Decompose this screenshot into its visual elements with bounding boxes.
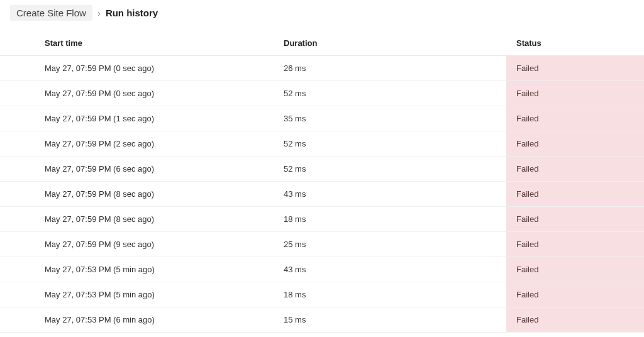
table-row[interactable]: May 27, 07:53 PM (5 min ago)43 msFailed bbox=[0, 257, 644, 282]
cell-duration: 43 ms bbox=[274, 258, 506, 280]
header-duration[interactable]: Duration bbox=[274, 32, 506, 54]
cell-start-time: May 27, 07:59 PM (0 sec ago) bbox=[35, 57, 274, 79]
table-row[interactable]: May 27, 07:53 PM (6 min ago)15 msFailed bbox=[0, 307, 644, 333]
table-row[interactable]: May 27, 07:59 PM (6 sec ago)52 msFailed bbox=[0, 157, 644, 182]
cell-start-time: May 27, 07:59 PM (8 sec ago) bbox=[35, 183, 274, 205]
cell-status: Failed bbox=[506, 307, 644, 332]
cell-status: Failed bbox=[506, 232, 644, 257]
breadcrumb: Create Site Flow › Run history bbox=[0, 0, 644, 26]
cell-status: Failed bbox=[506, 131, 644, 156]
cell-duration: 43 ms bbox=[274, 183, 506, 205]
cell-duration: 52 ms bbox=[274, 133, 506, 155]
table-row[interactable]: May 27, 07:59 PM (8 sec ago)43 msFailed bbox=[0, 182, 644, 207]
cell-start-time: May 27, 07:59 PM (6 sec ago) bbox=[35, 158, 274, 180]
header-start-time[interactable]: Start time bbox=[35, 32, 274, 54]
cell-start-time: May 27, 07:53 PM (5 min ago) bbox=[35, 258, 274, 280]
cell-duration: 52 ms bbox=[274, 158, 506, 180]
cell-status: Failed bbox=[506, 157, 644, 181]
table-row[interactable]: May 27, 07:59 PM (0 sec ago)52 msFailed bbox=[0, 81, 644, 106]
breadcrumb-parent[interactable]: Create Site Flow bbox=[10, 5, 92, 21]
table-row[interactable]: May 27, 07:59 PM (1 sec ago)35 msFailed bbox=[0, 106, 644, 131]
cell-status: Failed bbox=[506, 282, 644, 307]
cell-start-time: May 27, 07:59 PM (0 sec ago) bbox=[35, 82, 274, 104]
table-row[interactable]: May 27, 07:59 PM (8 sec ago)18 msFailed bbox=[0, 207, 644, 232]
table-row[interactable]: May 27, 07:59 PM (2 sec ago)52 msFailed bbox=[0, 131, 644, 157]
cell-start-time: May 27, 07:53 PM (6 min ago) bbox=[35, 309, 274, 331]
cell-duration: 26 ms bbox=[274, 57, 506, 79]
cell-start-time: May 27, 07:59 PM (1 sec ago) bbox=[35, 108, 274, 130]
cell-duration: 25 ms bbox=[274, 233, 506, 255]
cell-status: Failed bbox=[506, 257, 644, 282]
run-history-table: Start time Duration Status May 27, 07:59… bbox=[0, 31, 644, 333]
cell-duration: 35 ms bbox=[274, 108, 506, 130]
cell-start-time: May 27, 07:59 PM (8 sec ago) bbox=[35, 208, 274, 230]
cell-duration: 18 ms bbox=[274, 208, 506, 230]
cell-start-time: May 27, 07:53 PM (5 min ago) bbox=[35, 284, 274, 306]
cell-status: Failed bbox=[506, 182, 644, 206]
table-row[interactable]: May 27, 07:59 PM (0 sec ago)26 msFailed bbox=[0, 56, 644, 81]
cell-status: Failed bbox=[506, 81, 644, 106]
cell-start-time: May 27, 07:59 PM (2 sec ago) bbox=[35, 133, 274, 155]
breadcrumb-current: Run history bbox=[106, 8, 158, 18]
table-header-row: Start time Duration Status bbox=[0, 31, 644, 56]
cell-status: Failed bbox=[506, 56, 644, 80]
header-status[interactable]: Status bbox=[506, 32, 644, 54]
cell-status: Failed bbox=[506, 106, 644, 131]
cell-duration: 52 ms bbox=[274, 82, 506, 104]
table-row[interactable]: May 27, 07:59 PM (9 sec ago)25 msFailed bbox=[0, 232, 644, 257]
cell-duration: 15 ms bbox=[274, 309, 506, 331]
cell-start-time: May 27, 07:59 PM (9 sec ago) bbox=[35, 233, 274, 255]
cell-status: Failed bbox=[506, 207, 644, 231]
table-row[interactable]: May 27, 07:53 PM (5 min ago)18 msFailed bbox=[0, 282, 644, 307]
cell-duration: 18 ms bbox=[274, 284, 506, 306]
chevron-right-icon: › bbox=[97, 8, 101, 18]
